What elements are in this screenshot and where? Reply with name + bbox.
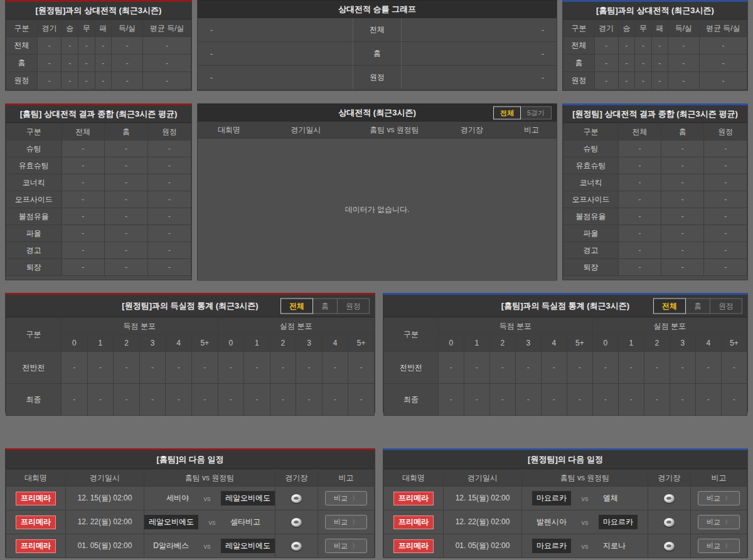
stat-value: - <box>112 72 143 90</box>
stat-value: - <box>147 157 191 174</box>
compare-button[interactable]: 비교 〉 <box>325 491 367 505</box>
match-datetime: 12. 15(월) 02:00 <box>444 487 522 510</box>
score-col: 5+ <box>191 335 218 352</box>
panel-title: [홈팀]의 다음 일정 <box>6 450 375 469</box>
goals-tab[interactable]: 홈 <box>312 298 338 314</box>
table-header-row: 구분 득점 분포 실점 분포 <box>384 318 747 335</box>
row-label: 코너킥 <box>563 174 619 191</box>
stat-value: - <box>699 72 747 90</box>
goals-vs-home-table: 구분 득점 분포 실점 분포 0 1 2 3 4 5+ 0 1 2 3 4 5+ <box>383 317 747 416</box>
stadium-ball-icon <box>291 494 302 503</box>
col-header: 득/실 <box>668 20 699 37</box>
scored-value: - <box>114 384 140 416</box>
col-header: 비고 <box>506 125 557 135</box>
stat-value: - <box>95 55 112 72</box>
col-header: 평균 득/실 <box>143 20 191 37</box>
goals-tab[interactable]: 홈 <box>685 298 710 314</box>
goals-tab[interactable]: 원정 <box>710 298 742 314</box>
table-row: 퇴장 - - - <box>563 259 747 276</box>
score-col: 0 <box>61 335 88 352</box>
table-header-row: 구분 경기 승 무 패 득/실 평균 득/실 <box>563 20 747 37</box>
stat-value: - <box>105 242 148 259</box>
compare-button[interactable]: 비교 〉 <box>325 539 367 553</box>
table-row: 전체 - - - - - - <box>563 37 747 55</box>
row-label: 홈 <box>563 55 595 72</box>
stat-value: - <box>651 37 668 55</box>
goals-tab[interactable]: 원정 <box>337 298 370 314</box>
conceded-value: - <box>270 352 296 384</box>
stat-value: - <box>105 157 148 174</box>
goals-tab[interactable]: 전체 <box>653 298 686 314</box>
stat-value: - <box>635 37 651 55</box>
league-badge: 프리메라 <box>16 492 56 505</box>
stat-value: - <box>704 157 747 174</box>
table-row: 코너킥 - - - <box>6 174 191 191</box>
history-tab[interactable]: 5경기 <box>520 106 552 119</box>
stat-value: - <box>147 225 191 242</box>
home-winrate-value: - <box>198 42 353 65</box>
conceded-value: - <box>644 352 670 384</box>
score-col: 3 <box>296 335 323 352</box>
history-tab[interactable]: 전체 <box>493 106 521 119</box>
col-header: 평균 득/실 <box>699 20 747 37</box>
compare-button-label: 비교 <box>334 494 348 503</box>
history-tabs: 전체 5경기 <box>494 106 552 119</box>
table-row: 전반전 - - - - - - - - - - - - <box>384 352 747 384</box>
score-col: 1 <box>244 335 270 352</box>
stat-value: - <box>618 225 661 242</box>
score-col: 2 <box>114 335 140 352</box>
scored-value: - <box>166 384 192 416</box>
stat-value: - <box>147 208 191 225</box>
goals-vs-away-table: 구분 득점 분포 실점 분포 0 1 2 3 4 5+ 0 1 2 3 4 5+ <box>6 317 375 416</box>
compare-button[interactable]: 비교 〉 <box>698 515 740 529</box>
schedule-home-table: 대회명 경기일시 홈팀 vs 원정팀 경기장 비고 프리메라 12. 15(월)… <box>6 469 375 558</box>
scored-value: - <box>515 352 541 384</box>
stat-value: - <box>78 55 95 72</box>
conceded-value: - <box>296 352 323 384</box>
match-datetime: 12. 22(월) 02:00 <box>66 510 144 534</box>
stat-value: - <box>635 55 651 72</box>
stat-value: - <box>95 37 112 55</box>
scored-value: - <box>541 352 567 384</box>
vs-label: vs <box>571 519 599 526</box>
compare-button[interactable]: 비교 〉 <box>698 491 740 505</box>
table-row: 오프사이드 - - - <box>6 191 191 208</box>
score-col: 1 <box>87 335 114 352</box>
row-label: 최종 <box>6 384 61 416</box>
row-label: 경고 <box>6 242 62 259</box>
scored-value: - <box>87 352 114 384</box>
away-winrate-value: - <box>402 42 557 65</box>
match-datetime: 01. 05(월) 02:00 <box>444 534 522 558</box>
col-header: 전체 <box>618 124 661 140</box>
score-col: 0 <box>438 335 464 352</box>
compare-button[interactable]: 비교 〉 <box>698 539 740 553</box>
goals-tab[interactable]: 전체 <box>280 298 313 314</box>
col-header: 대회명 <box>198 125 260 135</box>
stadium-ball-icon <box>291 542 302 551</box>
stadium-ball-icon <box>664 494 675 503</box>
stat-value: - <box>704 242 747 259</box>
score-col: 5+ <box>567 335 592 352</box>
panel-history: 상대전적 (최근3시즌) 전체 5경기 대회명 경기일시 홈팀 vs 원정팀 경… <box>197 103 557 280</box>
stat-value: - <box>61 157 105 174</box>
panel-title: [홈팀]과의 득실점 통계 (최근3시즌) 전체 홈 원정 <box>383 295 747 317</box>
panel-title: 상대전적 (최근3시즌) 전체 5경기 <box>198 104 557 122</box>
col-header: 경기장 <box>437 125 506 135</box>
stat-value: - <box>618 55 634 72</box>
graph-row: - 전체 - <box>198 18 557 42</box>
score-col: 4 <box>322 335 348 352</box>
panel-record-vs-home: [홈팀]과의 상대전적 (최근3시즌) 구분 경기 승 무 패 득/실 평균 득… <box>562 0 748 91</box>
compare-button[interactable]: 비교 〉 <box>325 515 367 529</box>
table-row: 파울 - - - <box>6 225 191 242</box>
stat-value: - <box>704 225 747 242</box>
conceded-value: - <box>348 384 375 416</box>
scored-value: - <box>139 384 166 416</box>
table-row: 코너킥 - - - <box>563 174 747 191</box>
schedule-row: 프리메라 12. 15(월) 02:00 세비야 vs 레알오비에도 비교 <box>6 487 375 510</box>
row-label: 퇴장 <box>563 259 619 276</box>
stat-value: - <box>147 242 191 259</box>
conceded-value: - <box>592 352 618 384</box>
col-header: 무 <box>78 20 95 37</box>
compare-button-label: 비교 <box>334 517 348 527</box>
table-row: 최종 - - - - - - - - - - - - <box>384 384 747 416</box>
